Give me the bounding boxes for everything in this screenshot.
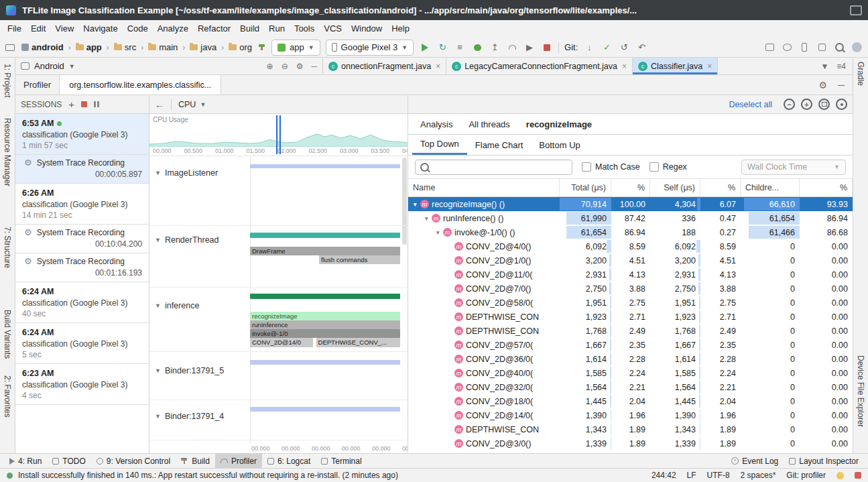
run-to-cursor-icon[interactable]: ▶ bbox=[523, 41, 536, 54]
git-branch[interactable]: Git: profiler bbox=[786, 471, 826, 480]
minimize-icon[interactable]: ─ bbox=[838, 80, 845, 91]
menu-item-refactor[interactable]: Refactor bbox=[193, 20, 235, 38]
recording-row[interactable]: ⚙System Trace Recording00:10:04.200 bbox=[15, 225, 149, 253]
analysis-tab-recognizeimage[interactable]: recognizeImage bbox=[518, 114, 600, 134]
project-view-selector[interactable]: Android bbox=[34, 61, 64, 71]
tool-stripe-build-variants[interactable]: Build Variants bbox=[3, 310, 12, 359]
breadcrumb-item-app[interactable]: app bbox=[74, 42, 103, 52]
table-row[interactable]: mCONV_2D@3/0()1,3391.891,3391.8900.00 bbox=[408, 436, 853, 450]
git-commit-icon[interactable]: ✓ bbox=[601, 41, 613, 54]
column-header-6[interactable]: % bbox=[800, 179, 853, 196]
menu-item-window[interactable]: Window bbox=[347, 20, 387, 38]
menu-item-help[interactable]: Help bbox=[387, 20, 414, 38]
column-header-3[interactable]: Self (μs) bbox=[650, 179, 700, 196]
avd-manager-icon[interactable] bbox=[763, 41, 776, 54]
column-header-0[interactable]: Name bbox=[408, 179, 560, 196]
tool-button-todo[interactable]: TODO bbox=[47, 454, 90, 468]
trace-bar[interactable]: flush commands bbox=[319, 255, 400, 264]
debug-button[interactable] bbox=[471, 41, 483, 54]
menu-item-code[interactable]: Code bbox=[123, 20, 153, 38]
menu-item-analyze[interactable]: Analyze bbox=[153, 20, 193, 38]
table-row[interactable]: ▼mrecognizeImage() ()70,914100.004,3046.… bbox=[408, 197, 853, 211]
encoding[interactable]: UTF-8 bbox=[707, 471, 730, 480]
thread-label[interactable]: ▼inference bbox=[155, 301, 199, 310]
trace-bar[interactable]: runInference bbox=[250, 320, 400, 329]
table-row[interactable]: mCONV_2D@11/0(2,9314.132,9314.1300.00 bbox=[408, 267, 853, 282]
match-case-checkbox[interactable] bbox=[582, 162, 591, 172]
menu-item-build[interactable]: Build bbox=[235, 20, 264, 38]
range-selection-handle[interactable] bbox=[276, 115, 281, 154]
zoom-out-icon[interactable]: − bbox=[784, 99, 795, 110]
thread-label[interactable]: ▼Binder:13791_5 bbox=[155, 366, 224, 375]
back-arrow-icon[interactable]: ← bbox=[155, 99, 164, 110]
table-row[interactable]: mCONV_2D@7/0()2,7503.882,7503.8800.00 bbox=[408, 282, 853, 296]
breadcrumb-item-org[interactable]: org bbox=[227, 42, 253, 52]
live-view-icon[interactable] bbox=[94, 101, 99, 107]
session-card[interactable]: 6:26 AMclassification (Google Pixel 3)14… bbox=[15, 184, 149, 225]
line-ending[interactable]: LF bbox=[687, 471, 696, 480]
caret-position[interactable]: 244:42 bbox=[652, 471, 676, 480]
expand-arrow-icon[interactable]: ▼ bbox=[435, 229, 443, 236]
table-row[interactable]: mDEPTHWISE_CON1,9232.711,9232.7100.00 bbox=[408, 310, 853, 324]
menu-item-tools[interactable]: Tools bbox=[290, 20, 319, 38]
table-row[interactable]: mCONV_2D@32/0(1,5642.211,5642.2100.00 bbox=[408, 380, 853, 394]
trace-bar[interactable]: DEPTHWISE_CONV_... bbox=[316, 338, 400, 347]
apply-code-changes-icon[interactable]: ≡ bbox=[454, 41, 466, 54]
expand-arrow-icon[interactable]: ▼ bbox=[412, 201, 420, 208]
tool-button-4-run[interactable]: 4: Run bbox=[4, 454, 47, 468]
analysis-subtab-flame-chart[interactable]: Flame Chart bbox=[467, 135, 532, 155]
recording-row[interactable]: ⚙System Trace Recording00:01:16.193 bbox=[15, 253, 149, 282]
tool-stripe-2-favorites[interactable]: 2: Favorites bbox=[3, 375, 12, 418]
menu-item-edit[interactable]: Edit bbox=[26, 20, 50, 38]
tool-button-build[interactable]: Build bbox=[176, 454, 215, 468]
tool-stripe-1-project[interactable]: 1: Project bbox=[3, 64, 12, 98]
device-dropdown[interactable]: Google Pixel 3 ▼ bbox=[326, 40, 414, 56]
session-card[interactable]: 6:24 AMclassification (Google Pixel 3)40… bbox=[15, 282, 149, 323]
tool-button-terminal[interactable]: Terminal bbox=[316, 454, 367, 468]
menu-item-file[interactable]: File bbox=[3, 20, 26, 38]
chevron-down-icon[interactable]: ▼ bbox=[820, 62, 828, 71]
column-header-1[interactable]: Total (μs) bbox=[560, 179, 611, 196]
column-header-5[interactable]: Childre... bbox=[741, 179, 800, 196]
tool-button-6-logcat[interactable]: 6: Logcat bbox=[262, 454, 316, 468]
close-icon[interactable]: × bbox=[436, 62, 440, 71]
collapse-arrow-icon[interactable]: ▼ bbox=[155, 413, 161, 420]
stop-button[interactable] bbox=[541, 41, 553, 54]
breadcrumb-item-src[interactable]: src bbox=[113, 42, 137, 52]
editor-tab-classifier-java[interactable]: cClassifier.java× bbox=[633, 58, 718, 74]
make-module-icon[interactable] bbox=[259, 44, 266, 51]
close-icon[interactable]: × bbox=[707, 62, 712, 71]
session-card[interactable]: 6:23 AMclassification (Google Pixel 3)4 … bbox=[15, 364, 149, 405]
table-row[interactable]: mCONV_2D@1/0()3,2004.513,2004.5100.00 bbox=[408, 253, 853, 267]
stop-recording-icon[interactable] bbox=[81, 101, 87, 107]
table-row[interactable]: ▼minvoke@-1/0() ()61,65486.941880.2761,4… bbox=[408, 225, 853, 239]
attach-debugger-icon[interactable]: ↥ bbox=[489, 41, 501, 54]
table-row[interactable]: mCONV_2D@14/0(1,3901.961,3901.9600.00 bbox=[408, 408, 853, 422]
table-row[interactable]: mCONV_2D@40/0(1,5852.241,5852.2400.00 bbox=[408, 366, 853, 380]
tool-button-layout-inspector[interactable]: Layout Inspector bbox=[784, 454, 864, 468]
git-rollback-icon[interactable]: ↶ bbox=[635, 41, 647, 54]
table-row[interactable]: mCONV_2D@4/0()6,0928.596,0928.5900.00 bbox=[408, 239, 853, 253]
trace-bar[interactable]: invoke@-1/0 bbox=[250, 329, 400, 338]
zoom-to-selection-icon[interactable] bbox=[836, 99, 847, 110]
tool-stripe-gradle[interactable]: Gradle bbox=[856, 62, 865, 86]
session-card[interactable]: 6:53 AMclassification (Google Pixel 3)1 … bbox=[15, 114, 149, 155]
trace-bar[interactable]: recognizeImage bbox=[250, 312, 400, 320]
locate-file-icon[interactable]: ⊕ bbox=[267, 62, 273, 71]
deselect-all-link[interactable]: Deselect all bbox=[729, 100, 772, 109]
recording-row[interactable]: ⚙System Trace Recording00:00:05.897 bbox=[15, 155, 149, 184]
run-button[interactable] bbox=[419, 41, 431, 54]
session-card[interactable]: 6:24 AMclassification (Google Pixel 3)5 … bbox=[15, 323, 149, 364]
editor-tab-onnectionfragment-java[interactable]: connectionFragment.java× bbox=[322, 58, 446, 74]
thread-label[interactable]: ▼ImageListener bbox=[155, 168, 218, 178]
search-box[interactable] bbox=[415, 160, 572, 175]
menu-item-run[interactable]: Run bbox=[264, 20, 290, 38]
expand-arrow-icon[interactable]: ▼ bbox=[424, 215, 432, 222]
table-row[interactable]: mCONV_2D@18/0(1,4452.041,4452.0400.00 bbox=[408, 394, 853, 408]
search-input[interactable] bbox=[433, 162, 567, 172]
menu-item-view[interactable]: View bbox=[50, 20, 78, 38]
table-row[interactable]: ▼mrunInference() ()61,99087.423360.4761,… bbox=[408, 211, 853, 225]
trace-bar[interactable]: DrawFrame bbox=[250, 247, 400, 255]
breadcrumb-item-android[interactable]: android bbox=[20, 42, 65, 52]
settings-icon[interactable]: ⚙ bbox=[296, 62, 304, 71]
